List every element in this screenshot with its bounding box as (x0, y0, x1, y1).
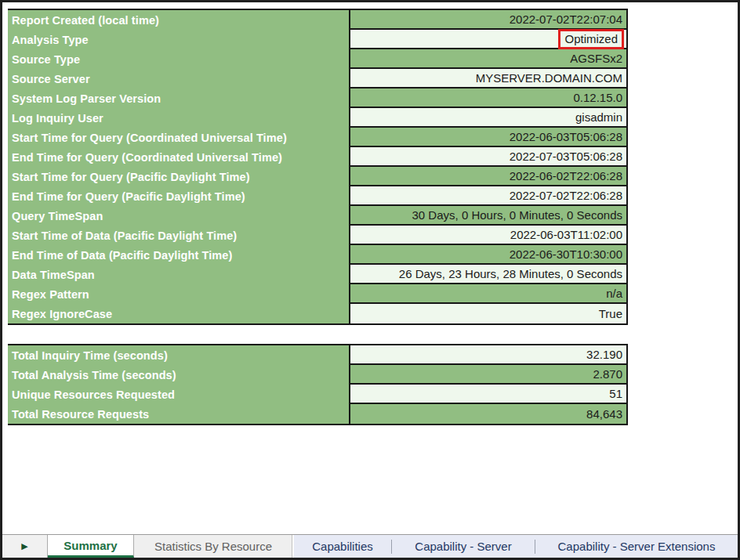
row-label-parser-version: System Log Parser Version (8, 89, 349, 108)
table-row: Regex Pattern n/a (8, 284, 628, 304)
table-row: End Time of Data (Pacific Daylight Time)… (8, 245, 628, 265)
table-row: Total Inquiry Time (seconds) 32.190 (8, 345, 628, 365)
table-row: Unique Resources Requested 51 (8, 385, 628, 404)
row-value-log-inquiry-user[interactable]: gisadmin (349, 108, 628, 128)
row-value-start-query-utc[interactable]: 2022-06-03T05:06:28 (349, 128, 628, 147)
row-value-regex-ignorecase[interactable]: True (349, 304, 628, 323)
table-row: Regex IgnoreCase True (8, 304, 628, 323)
row-label-analysis-type: Analysis Type (8, 30, 349, 49)
tab-capability-server[interactable]: Capability - Server (392, 535, 535, 558)
row-label-query-timespan: Query TimeSpan (8, 206, 349, 226)
row-label-start-data-pdt: Start Time of Data (Pacific Daylight Tim… (8, 226, 349, 245)
row-label-end-query-utc: End Time for Query (Coordinated Universa… (8, 147, 349, 167)
table-row: Start Time for Query (Pacific Daylight T… (8, 167, 628, 186)
tab-group-capabilities: Capabilities Capability - Server Capabil… (294, 535, 738, 558)
row-value-total-requests[interactable]: 84,643 (349, 404, 628, 424)
row-value-analysis-type[interactable]: Optimized (349, 30, 628, 49)
row-label-report-created: Report Created (local time) (8, 10, 349, 30)
row-value-end-query-pdt[interactable]: 2022-07-02T22:06:28 (349, 186, 628, 206)
row-label-total-analysis-time: Total Analysis Time (seconds) (8, 365, 349, 385)
table-row: Query TimeSpan 30 Days, 0 Hours, 0 Minut… (8, 206, 628, 226)
row-value-data-timespan[interactable]: 26 Days, 23 Hours, 28 Minutes, 0 Seconds (349, 265, 628, 284)
table-row: Total Analysis Time (seconds) 2.870 (8, 365, 628, 385)
totals-table: Total Inquiry Time (seconds) 32.190 Tota… (8, 344, 628, 425)
row-label-log-inquiry-user: Log Inquiry User (8, 108, 349, 128)
table-row: System Log Parser Version 0.12.15.0 (8, 89, 628, 108)
sheet-nav-arrow-icon: ▶ (21, 542, 27, 551)
tab-capability-server-extensions[interactable]: Capability - Server Extensions (535, 535, 738, 558)
table-row: Start Time for Query (Coordinated Univer… (8, 128, 628, 147)
row-label-unique-resources: Unique Resources Requested (8, 385, 349, 404)
row-value-end-query-utc[interactable]: 2022-07-03T05:06:28 (349, 147, 628, 167)
row-value-start-query-pdt[interactable]: 2022-06-02T22:06:28 (349, 167, 628, 186)
row-label-total-requests: Total Resource Requests (8, 404, 349, 424)
row-label-end-query-pdt: End Time for Query (Pacific Daylight Tim… (8, 186, 349, 206)
row-value-source-server[interactable]: MYSERVER.DOMAIN.COM (349, 69, 628, 89)
table-row: Log Inquiry User gisadmin (8, 108, 628, 128)
table-row: Start Time of Data (Pacific Daylight Tim… (8, 226, 628, 245)
tab-summary[interactable]: Summary (48, 535, 134, 558)
row-value-total-analysis-time[interactable]: 2.870 (349, 365, 628, 385)
table-row: End Time for Query (Pacific Daylight Tim… (8, 186, 628, 206)
highlight-box: Optimized (558, 29, 624, 49)
row-value-total-inquiry-time[interactable]: 32.190 (349, 345, 628, 365)
row-label-start-query-pdt: Start Time for Query (Pacific Daylight T… (8, 167, 349, 186)
row-value-start-data-pdt[interactable]: 2022-06-03T11:02:00 (349, 226, 628, 245)
table-row: Source Server MYSERVER.DOMAIN.COM (8, 69, 628, 89)
table-row: Report Created (local time) 2022-07-02T2… (8, 10, 628, 30)
row-value-source-type[interactable]: AGSFSx2 (349, 49, 628, 69)
row-value-regex-pattern[interactable]: n/a (349, 284, 628, 304)
sheet-tab-bar: ▶ Summary Statistics By Resource Capabil… (2, 534, 738, 558)
row-value-unique-resources[interactable]: 51 (349, 385, 628, 404)
report-window: Report Created (local time) 2022-07-02T2… (0, 0, 740, 560)
table-row: Source Type AGSFSx2 (8, 49, 628, 69)
row-label-regex-ignorecase: Regex IgnoreCase (8, 304, 349, 323)
row-label-source-server: Source Server (8, 69, 349, 89)
table-row: End Time for Query (Coordinated Universa… (8, 147, 628, 167)
table-row: Data TimeSpan 26 Days, 23 Hours, 28 Minu… (8, 265, 628, 284)
row-label-source-type: Source Type (8, 49, 349, 69)
row-label-data-timespan: Data TimeSpan (8, 265, 349, 284)
tab-statistics-by-resource[interactable]: Statistics By Resource (134, 535, 294, 558)
sheet-area: Report Created (local time) 2022-07-02T2… (2, 2, 738, 425)
row-label-end-data-pdt: End Time of Data (Pacific Daylight Time) (8, 245, 349, 265)
table-row: Total Resource Requests 84,643 (8, 404, 628, 424)
table-row: Analysis Type Optimized (8, 30, 628, 49)
row-value-report-created[interactable]: 2022-07-02T22:07:04 (349, 10, 628, 30)
row-label-regex-pattern: Regex Pattern (8, 284, 349, 304)
row-value-end-data-pdt[interactable]: 2022-06-30T10:30:00 (349, 245, 628, 265)
row-label-start-query-utc: Start Time for Query (Coordinated Univer… (8, 128, 349, 147)
row-value-query-timespan[interactable]: 30 Days, 0 Hours, 0 Minutes, 0 Seconds (349, 206, 628, 226)
row-label-total-inquiry-time: Total Inquiry Time (seconds) (8, 345, 349, 365)
row-value-parser-version[interactable]: 0.12.15.0 (349, 89, 628, 108)
tab-capabilities[interactable]: Capabilities (294, 535, 391, 558)
sheet-nav-button[interactable]: ▶ (2, 535, 48, 558)
summary-table: Report Created (local time) 2022-07-02T2… (8, 9, 628, 325)
